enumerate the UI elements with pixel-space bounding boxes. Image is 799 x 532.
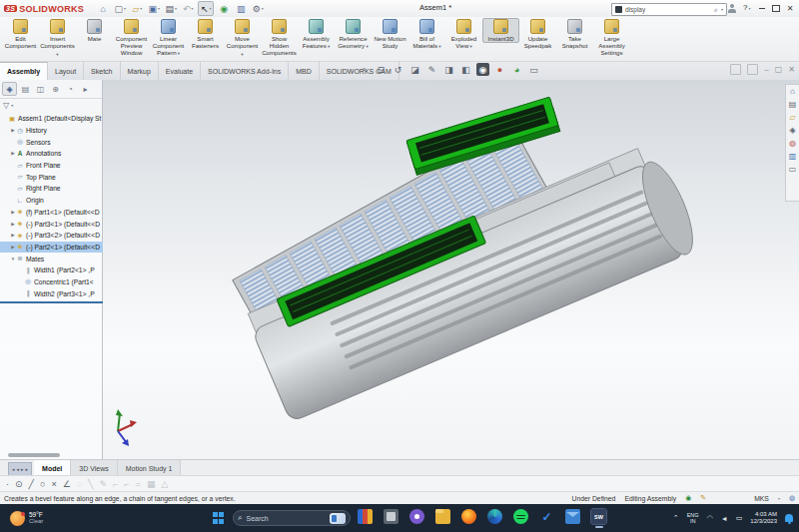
view-tool-icon[interactable]: ◕ (510, 63, 523, 76)
ribbon-button[interactable]: Move Component (224, 18, 261, 59)
view-tool-icon[interactable]: ▭ (527, 63, 540, 76)
tree-item[interactable]: ▼ Mates (0, 253, 103, 265)
rollback-bar[interactable] (0, 301, 103, 303)
filter-dropdown-icon[interactable]: ▾ (11, 103, 13, 108)
battery-icon[interactable]: ▭ (736, 514, 743, 522)
sketch-tool-icon[interactable]: ◌ (77, 479, 82, 489)
quick-access-icon[interactable] (251, 2, 265, 15)
task-pane-tab-icon[interactable]: ⌂ (790, 87, 795, 97)
wifi-icon[interactable]: ◠ (707, 514, 713, 522)
ribbon-button[interactable]: Reference Geometry (335, 18, 372, 51)
taskbar-app-icon[interactable] (409, 509, 424, 524)
search-highlight-card-icon[interactable] (330, 513, 346, 524)
assembly-3d-model[interactable] (0, 80, 799, 459)
ribbon-button[interactable]: Large Assembly Settings (593, 18, 630, 57)
tab-first-icon[interactable]: ◂ (12, 466, 15, 472)
document-tab[interactable]: Model (34, 460, 71, 476)
ribbon-button[interactable]: New Motion Study (372, 18, 408, 50)
sketch-tool-icon[interactable]: ⌐ (124, 479, 129, 489)
ribbon-tab[interactable]: Assembly (0, 62, 48, 80)
tree-item[interactable]: ▶ (f) Part1<1> (Default<<D (0, 207, 103, 219)
ribbon-button[interactable]: Edit Component (2, 18, 39, 50)
sketch-tool-icon[interactable]: × (51, 479, 56, 489)
tab-prev-icon[interactable]: ◂ (17, 466, 20, 472)
tree-item[interactable]: Top Plane (0, 171, 103, 183)
ribbon-button[interactable]: Mate (76, 18, 113, 43)
tree-item[interactable]: Origin (0, 195, 103, 207)
sketch-tool-icon[interactable]: ⊙ (15, 479, 23, 489)
feature-manager-tab[interactable]: ▸ (79, 83, 92, 95)
graphics-viewport[interactable]: ◈▤◫⊕◔▸ ▽ ▾ Assem1 (Default<Display St ▶ … (0, 80, 799, 459)
view-tool-icon[interactable]: ◨ (442, 63, 455, 76)
ribbon-button[interactable]: Insert Components (39, 18, 76, 59)
view-tool-icon[interactable]: ↺ (392, 63, 404, 76)
feature-manager-tab[interactable]: ▤ (19, 83, 32, 95)
user-account-icon[interactable] (727, 4, 736, 13)
ribbon-button[interactable]: Instant3D (482, 18, 519, 43)
volume-icon[interactable]: ◄ (721, 515, 728, 522)
feature-manager-tab[interactable]: ⊕ (49, 83, 62, 95)
units-selector[interactable]: MKS (754, 495, 769, 502)
taskbar-search[interactable]: ⌕ Search (233, 510, 351, 526)
sketch-tool-icon[interactable]: △ (161, 479, 168, 489)
feature-manager-tab[interactable]: ◈ (2, 82, 17, 96)
ribbon-button[interactable]: Take Snapshot (556, 18, 593, 50)
search-input-value[interactable]: display (625, 6, 645, 13)
quick-access-icon[interactable] (198, 1, 214, 16)
feature-manager-tab[interactable]: ◫ (34, 83, 47, 95)
ribbon-button[interactable]: Assembly Features (298, 18, 335, 51)
task-pane-tab-icon[interactable]: ▥ (789, 152, 797, 162)
taskbar-app-icon[interactable] (358, 509, 373, 524)
sketch-tool-icon[interactable]: ○ (40, 479, 45, 489)
sketch-tool-icon[interactable]: ✎ (100, 479, 108, 489)
view-tool-icon[interactable]: ⊡ (375, 63, 388, 76)
filter-funnel-icon[interactable]: ▽ (3, 101, 9, 110)
tree-item[interactable]: ▶ History (0, 125, 103, 137)
taskbar-app-icon[interactable] (591, 509, 606, 524)
ribbon-tab[interactable]: Markup (121, 62, 159, 80)
tab-last-icon[interactable]: ▸ (26, 466, 29, 472)
quick-access-icon[interactable] (130, 2, 144, 15)
language-switcher[interactable]: ENG IN (687, 512, 699, 524)
tree-item[interactable]: Front Plane (0, 160, 103, 172)
start-button[interactable] (213, 512, 225, 524)
view-tool-icon[interactable]: ◧ (459, 63, 472, 76)
help-button[interactable]: ? (743, 3, 750, 12)
quick-access-icon[interactable] (234, 2, 248, 15)
search-dropdown-icon[interactable]: ▾ (721, 7, 723, 12)
tree-item[interactable]: Sensors (0, 136, 103, 148)
edit-sketch-icon[interactable]: ✎ (700, 494, 706, 502)
ribbon-button[interactable]: Smart Fasteners (187, 18, 224, 50)
task-pane-tab-icon[interactable]: ◈ (789, 126, 795, 136)
doc-ghost-icon[interactable] (730, 64, 741, 75)
search-icon[interactable]: ⌕ (714, 6, 718, 14)
ribbon-button[interactable]: Linear Component Pattern (150, 18, 187, 58)
tree-item[interactable]: Width1 (Part2<1> ,P (0, 265, 103, 276)
ribbon-tab[interactable]: Sketch (84, 62, 120, 80)
clock[interactable]: 4:03 AM 12/3/2023 (750, 511, 777, 525)
tab-scroll-buttons[interactable]: ◂ ◂ ▸ ▸ (8, 462, 32, 476)
close-button[interactable]: ✕ (784, 2, 796, 14)
tree-item[interactable]: Assem1 (Default<Display St (0, 113, 103, 125)
maximize-button[interactable] (770, 2, 782, 14)
view-tool-icon[interactable]: ✎ (425, 63, 438, 76)
tree-filter[interactable]: ▽ ▾ (0, 99, 102, 112)
document-tab[interactable]: 3D Views (71, 460, 117, 476)
quick-access-icon[interactable] (164, 2, 178, 15)
view-tool-icon[interactable]: ◪ (408, 63, 421, 76)
ribbon-tab[interactable]: MBD (289, 62, 320, 80)
sketch-tool-icon[interactable]: ⌐ (113, 479, 118, 489)
sketch-tool-icon[interactable]: ╲ (88, 479, 93, 489)
tray-overflow-chevron-icon[interactable]: ⌃ (673, 514, 679, 522)
task-pane-tab-icon[interactable]: ▱ (789, 113, 795, 123)
ribbon-tab[interactable]: Evaluate (159, 62, 201, 80)
quick-access-icon[interactable] (217, 2, 231, 15)
ribbon-button[interactable]: Component Preview Window (113, 18, 150, 57)
doc-ghost-icon-2[interactable] (747, 64, 758, 75)
document-tab[interactable]: Motion Study 1 (118, 460, 182, 476)
tab-next-icon[interactable]: ▸ (21, 466, 24, 472)
ribbon-button[interactable]: Exploded View (445, 18, 482, 51)
sketch-tool-icon[interactable]: = (136, 479, 141, 489)
weather-widget[interactable]: 59°F Clear (0, 511, 43, 526)
view-tool-icon[interactable]: ◉ (476, 63, 489, 76)
